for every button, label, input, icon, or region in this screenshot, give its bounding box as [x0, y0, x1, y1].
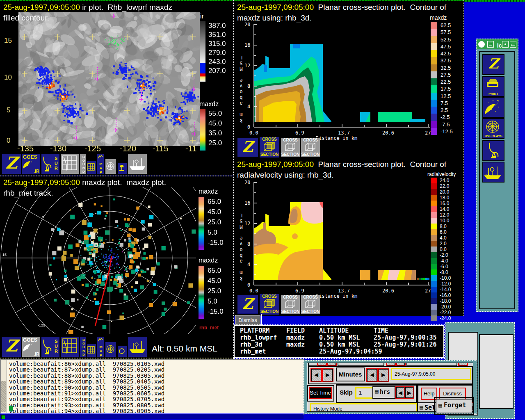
left-arrow-button[interactable]: ◀: [458, 363, 468, 366]
satellite-dish-icon: [23, 343, 33, 352]
small-grid-button[interactable]: [87, 343, 96, 357]
xsec-radialvelocity-plot[interactable]: [252, 182, 431, 288]
radar-antenna-icon: [487, 142, 500, 159]
ir-title-date: 25-aug-1997,09:05:00: [3, 3, 80, 11]
volume-grid-button[interactable]: [60, 336, 80, 357]
right-arrow-button[interactable]: ▶: [327, 363, 337, 366]
radar-ppi-display[interactable]: [0, 187, 196, 334]
ship-button[interactable]: [128, 336, 147, 357]
xsec-maxdz-plot[interactable]: [252, 24, 431, 130]
zebra-z-icon: Z: [237, 295, 258, 312]
small-grid-button[interactable]: [87, 160, 96, 174]
ir-colorbar: [200, 21, 205, 82]
rings-icon: [106, 162, 115, 171]
antenna-button[interactable]: [482, 140, 504, 161]
sur-radar-button[interactable]: SUR: [41, 153, 60, 174]
volume-grid-button[interactable]: [60, 153, 80, 174]
radar-title-line2: rhb_met track.: [3, 188, 53, 199]
help-button[interactable]: Help: [421, 388, 437, 400]
minutes-forward2-button[interactable]: ▶: [378, 368, 389, 382]
xsec1-xlabel: Distance in km: [316, 135, 357, 141]
window-menu-icon[interactable]: [478, 41, 485, 48]
hrs-menu-button[interactable]: ▤ hrs: [372, 386, 395, 399]
forget-button[interactable]: ▤ Forget: [436, 399, 472, 413]
goes-ir-button[interactable]: GOES .IR: [22, 336, 41, 357]
window-resize-icon[interactable]: [510, 41, 516, 48]
skip-field[interactable]: 1: [355, 387, 374, 399]
zebra-logo-button[interactable]: Z: [2, 336, 21, 357]
panel-separator-horizontal: [0, 176, 234, 176]
history-mode-field[interactable]: History Mode: [310, 403, 417, 412]
cross-section-button-active[interactable]: CROSS SECTION: [259, 294, 280, 315]
altitude-readout: Alt: 0.50 km MSL: [152, 344, 217, 354]
xsec2-ytick: 20: [244, 180, 250, 185]
minutes-back2-button[interactable]: ◀: [366, 368, 378, 382]
cube-icon: [305, 299, 316, 308]
cross-section-button-active[interactable]: CROSS SECTION: [259, 137, 280, 158]
grid-scan-icon: [62, 338, 78, 355]
right-arrow-button[interactable]: ▶: [396, 363, 406, 366]
radar-colorbar2-label: maxdz: [199, 257, 218, 264]
ship-button[interactable]: [482, 162, 504, 183]
zebra-logo-button[interactable]: Z: [237, 294, 258, 314]
ir-satellite-image[interactable]: [18, 12, 200, 146]
cross-section-button[interactable]: CROSS SECTION: [301, 294, 320, 314]
xsec2-ytick: 16: [244, 200, 250, 206]
overlay-dismiss-button[interactable]: Dismiss: [235, 315, 260, 326]
sur-radar-button[interactable]: SUR: [41, 336, 60, 357]
cross-section-button[interactable]: CROSS SECTION: [281, 137, 300, 157]
buoy-button[interactable]: [117, 163, 127, 174]
minutes-forward-button[interactable]: ▶: [322, 368, 333, 382]
terminal-scrollbar-thumb[interactable]: [1, 381, 6, 412]
ir-panel-title-line2: filled contour.: [3, 13, 49, 23]
map-button[interactable]: MAP: [97, 336, 104, 357]
xsec2-xtick: 27: [425, 288, 431, 294]
time-field[interactable]: 25-Aug-97,9:05:00: [391, 368, 471, 380]
xsec-maxdz-panel: 25-aug-1997,09:05:00 Planar cross-sectio…: [234, 1, 464, 158]
satellite-button[interactable]: [482, 97, 504, 118]
terminal-scrollbar[interactable]: [1, 360, 7, 413]
goes-ir-button[interactable]: GOES .IR: [22, 153, 41, 174]
icon-window-titlebar[interactable]: icon: [477, 39, 518, 49]
zebra-logo-button[interactable]: Z: [2, 153, 21, 174]
print-button[interactable]: PRINT: [482, 76, 504, 97]
set-time-button[interactable]: Set Time: [309, 387, 332, 399]
cross-section-button[interactable]: CROSS SECTION: [301, 137, 320, 157]
overlay-rings-button[interactable]: [105, 159, 116, 174]
dismiss-button[interactable]: Dismiss: [439, 388, 466, 400]
zebra-logo-button[interactable]: Z: [237, 137, 258, 157]
terminal-line: volume:beaufait:91>xdump.all 970825.0605…: [9, 390, 164, 396]
xsec1-title-line2: maxdz using: rhb_3d.: [237, 13, 312, 23]
zebra-logo-button[interactable]: Z: [482, 54, 504, 75]
ir-ytick: 5: [7, 106, 10, 114]
skip-back-button[interactable]: ◀: [395, 386, 405, 399]
xsec1-colorbar: 62.557.552.547.542.537.532.527.522.517.5…: [431, 22, 463, 135]
circle-button[interactable]: [117, 346, 127, 357]
left-arrow-button[interactable]: ◀: [317, 363, 327, 366]
overlays-rings-icon: [485, 120, 500, 134]
ir-plot-panel: 25-aug-1997,09:05:00 ir plot. Rhb_lowprf…: [0, 1, 234, 176]
ir-maxdz-colorbar: [200, 109, 205, 151]
minutes-label: Minutes: [336, 368, 365, 381]
xterm-window[interactable]: volume:beaufait:86>xdump.all 970825.0105…: [0, 359, 304, 415]
bounds-button[interactable]: BOUNDS: [80, 336, 87, 357]
cross-section-button[interactable]: CROSS SECTION: [281, 294, 300, 314]
overlays-button[interactable]: OVERLAYS: [482, 118, 504, 139]
platform-table-header: PLATFORMFIELDALTITUDETIME: [240, 327, 443, 334]
left-arrow-button[interactable]: ◀: [386, 363, 396, 366]
skip-forward-button[interactable]: ▶: [404, 386, 414, 399]
ir-xtick: -125: [84, 144, 101, 153]
overlay-rings-button[interactable]: [105, 342, 116, 357]
zebra-z-icon: Z: [237, 138, 258, 155]
radar-track-label: rhb_met: [199, 325, 219, 331]
window-dot-icon[interactable]: [502, 41, 509, 48]
xsec2-ylabel: km above MSL: [239, 212, 244, 281]
ship-button[interactable]: [128, 153, 147, 174]
bounds-button[interactable]: BOUNDS: [80, 153, 87, 174]
radar-colorbar1: [199, 197, 204, 250]
map-button[interactable]: MAP: [97, 153, 104, 174]
radar-colorbar1-label: maxdz: [199, 188, 218, 195]
window-iconify-icon[interactable]: [487, 41, 494, 48]
xsec2-ytick: 4: [247, 262, 250, 267]
minutes-back-button[interactable]: ◀: [310, 368, 322, 382]
